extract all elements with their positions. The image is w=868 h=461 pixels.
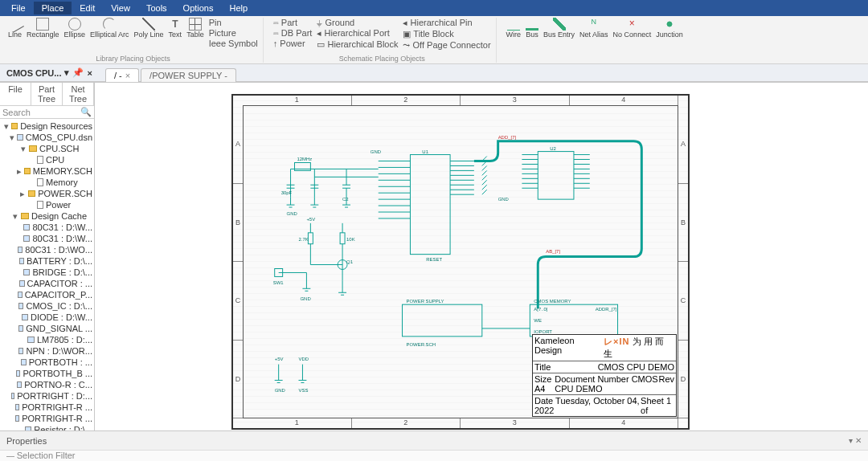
tree-node[interactable]: CAPACITOR : ...: [0, 278, 94, 289]
tool-picture[interactable]: Picture: [209, 28, 258, 38]
document-tab-strip: CMOS CPU... ▾ 📌 × / - ×/POWER SUPPLY -: [0, 64, 868, 82]
file-tab-0[interactable]: / - ×: [105, 68, 139, 82]
tree-node[interactable]: CPU: [0, 154, 94, 165]
tool-ground[interactable]: ⏚ Ground: [317, 18, 398, 27]
tool-part[interactable]: ⎓ Part: [273, 18, 313, 27]
menu-edit[interactable]: Edit: [72, 2, 103, 14]
tree-node[interactable]: 80C31 : D:\W...: [0, 222, 94, 233]
tree-node[interactable]: PORTNO-R : C...: [0, 379, 94, 390]
tool-line[interactable]: Line: [8, 18, 22, 39]
sidebar-search[interactable]: Search 🔍: [0, 106, 94, 119]
tool-table[interactable]: Table: [186, 18, 204, 39]
tree-node[interactable]: 80C31 : D:\W...: [0, 233, 94, 244]
tool-ellipse[interactable]: Ellipse: [64, 18, 86, 39]
main-area: File Part Tree Net Tree Search 🔍 ▾Design…: [0, 82, 868, 430]
tool-wire[interactable]: Wire: [506, 18, 522, 39]
tool-junction[interactable]: Junction: [656, 18, 683, 39]
tool-text[interactable]: TText: [169, 18, 182, 39]
folder-icon: [29, 145, 37, 152]
tool-elliptical-arc[interactable]: Elliptical Arc: [90, 18, 129, 39]
sidebar-tab-part-tree[interactable]: Part Tree: [31, 83, 63, 105]
svg-text:12MHz: 12MHz: [297, 157, 312, 161]
chip-icon: [21, 359, 27, 365]
tree-node[interactable]: Memory: [0, 177, 94, 188]
tool-ieee-symbol[interactable]: Ieee Symbol: [209, 39, 258, 48]
schematic-canvas[interactable]: 1234 1234 ABCD ABCD 12MHz 30pF GND C2 GN…: [95, 83, 868, 430]
svg-text:SW1: SW1: [273, 280, 285, 285]
properties-window-buttons[interactable]: ▾ ✕: [849, 436, 862, 445]
tool-hier-pin[interactable]: ◂ Hierarchical Pin: [403, 18, 490, 28]
menu-help[interactable]: Help: [222, 2, 256, 14]
tool-title-block[interactable]: ▣ Title Block: [403, 29, 490, 39]
page-icon: [37, 178, 43, 186]
tool-pin[interactable]: Pin: [209, 18, 258, 27]
tree-node[interactable]: ▾CMOS_CPU.dsn: [0, 132, 94, 143]
tool-no-connect[interactable]: ×No Connect: [613, 18, 652, 39]
tool-hier-port[interactable]: ◂ Hierarchical Port: [317, 28, 398, 39]
tool-polyline[interactable]: Poly Line: [134, 18, 164, 39]
svg-text:+5V: +5V: [275, 357, 284, 361]
chip-icon: [18, 348, 23, 354]
properties-panel-header[interactable]: Properties ▾ ✕: [0, 430, 868, 450]
svg-text:A[7..0]: A[7..0]: [534, 307, 548, 312]
menu-options[interactable]: Options: [175, 2, 222, 14]
file-tab-1[interactable]: /POWER SUPPLY -: [141, 68, 236, 82]
schematic-sheet: 1234 1234 ABCD ABCD 12MHz 30pF GND C2 GN…: [231, 94, 690, 430]
tool-bus[interactable]: Bus: [526, 18, 538, 39]
tree-node[interactable]: ▾Design Resources: [0, 120, 94, 132]
sidebar-tab-net-tree[interactable]: Net Tree: [63, 83, 94, 105]
menu-tools[interactable]: Tools: [138, 2, 175, 14]
tree-node[interactable]: Power: [0, 199, 94, 210]
close-icon[interactable]: ×: [125, 71, 130, 80]
search-icon[interactable]: 🔍: [80, 107, 92, 117]
tree-node[interactable]: NPN : D:\WOR...: [0, 345, 94, 357]
tree-node[interactable]: ▸MEMORY.SCH: [0, 165, 94, 177]
tree-node[interactable]: ▾Design Cache: [0, 210, 94, 222]
chip-icon: [18, 247, 23, 253]
logo: レ×IN: [604, 337, 629, 346]
page-icon: [37, 156, 43, 164]
menu-view[interactable]: View: [103, 2, 138, 14]
doc-pin-icon[interactable]: 📌: [72, 67, 84, 78]
page-icon: [37, 201, 43, 209]
tree-node[interactable]: PORTRIGHT : D:...: [0, 390, 94, 402]
tree-node[interactable]: DIODE : D:\W...: [0, 312, 94, 323]
tree-node[interactable]: PORTRIGHT-R ...: [0, 402, 94, 413]
svg-text:IOPORT: IOPORT: [534, 329, 552, 334]
tree-node[interactable]: PORTRIGHT-R ...: [0, 413, 94, 424]
tree-node[interactable]: BATTERY : D:\...: [0, 255, 94, 267]
tree-node[interactable]: GND_SIGNAL ...: [0, 323, 94, 334]
ribbon-group-wiring-label: [593, 55, 596, 63]
tool-off-page[interactable]: ⤳ Off Page Connector: [403, 40, 490, 51]
tool-hier-block[interactable]: ▭ Hierarchical Block: [317, 39, 398, 50]
tool-net-alias[interactable]: NNet Alias: [579, 18, 608, 39]
tree-node[interactable]: ▾CPU.SCH: [0, 143, 94, 154]
chip-icon: [15, 404, 19, 410]
chip-icon: [23, 235, 30, 242]
tree-node[interactable]: PORTBOTH_B ...: [0, 368, 94, 379]
tool-rectangle[interactable]: Rectangle: [27, 18, 59, 39]
tree-node[interactable]: CMOS_IC : D:\...: [0, 300, 94, 312]
svg-text:ADDR_[7]: ADDR_[7]: [596, 307, 617, 312]
tree-node[interactable]: Resistor : D:\...: [0, 424, 94, 430]
svg-rect-24: [403, 304, 482, 337]
tool-bus-entry[interactable]: Bus Entry: [543, 18, 575, 39]
tool-power[interactable]: ↑ Power: [273, 39, 313, 48]
tree-node[interactable]: LM7805 : D:...: [0, 334, 94, 345]
doc-dropdown-icon[interactable]: ▾: [64, 67, 69, 78]
menu-place[interactable]: Place: [34, 2, 72, 14]
tree-node[interactable]: CAPACITOR_P...: [0, 289, 94, 300]
sidebar-tab-file[interactable]: File: [0, 83, 31, 105]
folder-icon: [21, 213, 29, 219]
doc-close-icon[interactable]: ×: [87, 68, 92, 78]
tree-node[interactable]: ▸POWER.SCH: [0, 188, 94, 199]
tool-db-part[interactable]: ⎓ DB Part: [273, 28, 313, 38]
selection-filter-bar[interactable]: — Selection Filter: [0, 450, 868, 461]
svg-text:U2: U2: [550, 146, 556, 151]
menu-file[interactable]: File: [3, 2, 34, 14]
tree-node[interactable]: BRIDGE : D:\...: [0, 267, 94, 278]
tree-node[interactable]: 80C31 : D:\WO...: [0, 244, 94, 255]
chip-icon: [18, 303, 23, 309]
tree-node[interactable]: PORTBOTH : ...: [0, 357, 94, 368]
svg-text:VSS: VSS: [298, 388, 308, 393]
